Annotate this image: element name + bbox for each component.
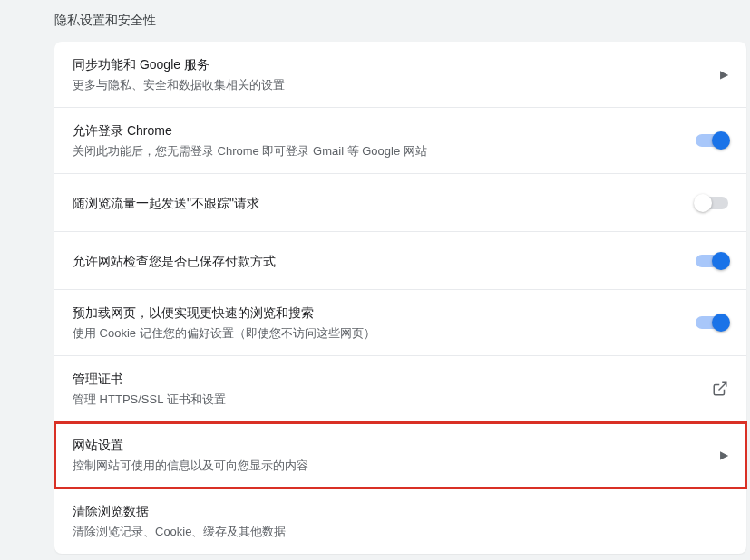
setting-title: 预加载网页，以便实现更快速的浏览和搜索: [73, 303, 696, 323]
setting-text: 允许网站检查您是否已保存付款方式: [73, 251, 696, 271]
setting-text: 同步功能和 Google 服务 更多与隐私、安全和数据收集相关的设置: [73, 54, 720, 94]
setting-subtitle: 关闭此功能后，您无需登录 Chrome 即可登录 Gmail 等 Google …: [73, 142, 696, 160]
toggle-preload-pages[interactable]: [696, 316, 728, 329]
setting-title: 允许登录 Chrome: [73, 121, 696, 140]
setting-text: 预加载网页，以便实现更快速的浏览和搜索 使用 Cookie 记住您的偏好设置（即…: [73, 303, 696, 343]
setting-title: 管理证书: [73, 369, 712, 389]
section-title: 隐私设置和安全性: [0, 0, 750, 42]
toggle-payment-check[interactable]: [696, 255, 728, 267]
row-allow-signin[interactable]: 允许登录 Chrome 关闭此功能后，您无需登录 Chrome 即可登录 Gma…: [54, 108, 746, 174]
row-manage-certificates[interactable]: 管理证书 管理 HTTPS/SSL 证书和设置: [54, 356, 746, 422]
row-preload-pages[interactable]: 预加载网页，以便实现更快速的浏览和搜索 使用 Cookie 记住您的偏好设置（即…: [54, 290, 746, 356]
row-payment-check[interactable]: 允许网站检查您是否已保存付款方式: [54, 232, 746, 290]
row-site-settings[interactable]: 网站设置 控制网站可使用的信息以及可向您显示的内容 ▶: [54, 422, 746, 488]
toggle-do-not-track[interactable]: [696, 197, 728, 209]
settings-card: 同步功能和 Google 服务 更多与隐私、安全和数据收集相关的设置 ▶ 允许登…: [54, 42, 746, 554]
setting-title: 清除浏览数据: [73, 501, 728, 521]
setting-title: 网站设置: [73, 435, 720, 455]
setting-subtitle: 清除浏览记录、Cookie、缓存及其他数据: [73, 523, 728, 541]
external-link-icon: [712, 381, 728, 397]
setting-text: 清除浏览数据 清除浏览记录、Cookie、缓存及其他数据: [73, 501, 728, 541]
chevron-right-icon: ▶: [720, 68, 728, 81]
setting-subtitle: 管理 HTTPS/SSL 证书和设置: [73, 391, 712, 409]
setting-title: 随浏览流量一起发送"不跟踪"请求: [73, 193, 696, 213]
setting-title: 允许网站检查您是否已保存付款方式: [73, 251, 696, 271]
setting-title: 同步功能和 Google 服务: [73, 54, 720, 74]
row-clear-browsing-data[interactable]: 清除浏览数据 清除浏览记录、Cookie、缓存及其他数据: [54, 488, 746, 554]
setting-text: 允许登录 Chrome 关闭此功能后，您无需登录 Chrome 即可登录 Gma…: [73, 121, 696, 160]
setting-subtitle: 更多与隐私、安全和数据收集相关的设置: [73, 76, 720, 94]
setting-text: 管理证书 管理 HTTPS/SSL 证书和设置: [73, 369, 712, 409]
toggle-allow-signin[interactable]: [696, 134, 728, 147]
chevron-right-icon: ▶: [720, 449, 728, 461]
setting-text: 网站设置 控制网站可使用的信息以及可向您显示的内容: [73, 435, 720, 475]
setting-text: 随浏览流量一起发送"不跟踪"请求: [73, 193, 696, 213]
setting-subtitle: 使用 Cookie 记住您的偏好设置（即使您不访问这些网页）: [73, 324, 696, 343]
row-sync-services[interactable]: 同步功能和 Google 服务 更多与隐私、安全和数据收集相关的设置 ▶: [54, 42, 746, 108]
setting-subtitle: 控制网站可使用的信息以及可向您显示的内容: [73, 457, 720, 475]
row-do-not-track[interactable]: 随浏览流量一起发送"不跟踪"请求: [54, 174, 746, 232]
svg-line-0: [719, 382, 726, 390]
